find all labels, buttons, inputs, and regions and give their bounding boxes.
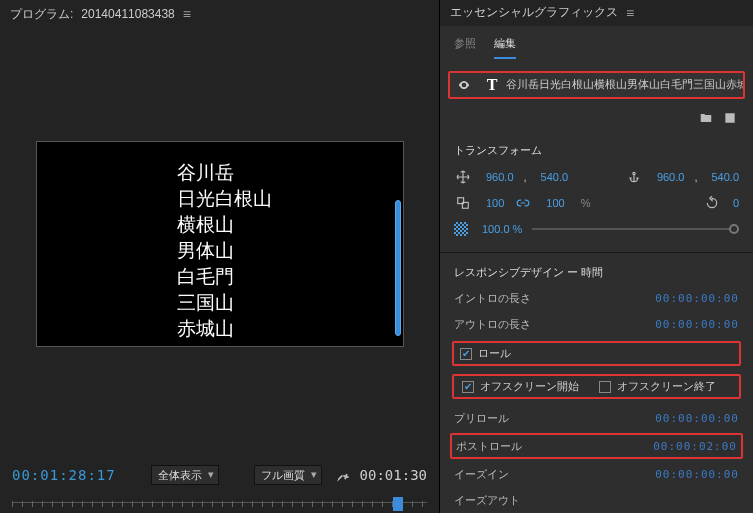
outro-label: アウトロの長さ	[454, 317, 531, 332]
anchor-x[interactable]: 960.0	[657, 171, 685, 183]
offscreen-start-label: オフスクリーン開始	[480, 379, 579, 394]
offscreen-end-checkbox[interactable]	[599, 381, 611, 393]
outro-timecode[interactable]: 00:00:00:00	[655, 318, 739, 331]
credit-text: 谷川岳 日光白根山 横根山 男体山 白毛門 三国山 赤城山	[177, 160, 272, 342]
link-icon[interactable]	[514, 196, 532, 210]
preroll-label: プリロール	[454, 411, 509, 426]
easeout-label: イーズアウト	[454, 493, 520, 508]
timecode-current[interactable]: 00:01:28:17	[12, 467, 116, 483]
opacity-slider[interactable]	[532, 228, 739, 230]
svg-point-0	[633, 172, 635, 174]
new-layer-icon[interactable]	[723, 111, 737, 125]
fit-dropdown[interactable]: 全体表示	[151, 465, 219, 485]
easein-timecode[interactable]: 00:00:00:00	[655, 468, 739, 481]
rotation-icon	[705, 196, 719, 210]
quality-dropdown[interactable]: フル画質	[254, 465, 322, 485]
scale-w[interactable]: 100	[486, 197, 504, 209]
tab-edit[interactable]: 編集	[494, 36, 516, 59]
offscreen-start-checkbox[interactable]: ✔	[462, 381, 474, 393]
position-x[interactable]: 960.0	[486, 171, 514, 183]
new-group-icon[interactable]	[699, 111, 713, 125]
layer-name: 谷川岳日光白根山横根山男体山白毛門三国山赤城山	[506, 77, 743, 92]
panel-menu-icon[interactable]: ≡	[626, 5, 634, 21]
egp-title: エッセンシャルグラフィックス	[450, 4, 618, 21]
video-preview[interactable]: 谷川岳 日光白根山 横根山 男体山 白毛門 三国山 赤城山	[36, 141, 404, 347]
postroll-timecode[interactable]: 00:00:02:00	[653, 440, 737, 453]
program-monitor: 谷川岳 日光白根山 横根山 男体山 白毛門 三国山 赤城山	[0, 28, 439, 459]
opacity-icon	[454, 222, 468, 236]
responsive-title: レスポンシブデザイン ー 時間	[440, 257, 753, 286]
egp-panel-header: エッセンシャルグラフィックス ≡	[440, 0, 753, 26]
tab-browse[interactable]: 参照	[454, 36, 476, 59]
settings-icon[interactable]	[336, 467, 350, 483]
program-panel-header: プログラム: 20140411083438 ≡	[0, 0, 439, 28]
panel-menu-icon[interactable]: ≡	[183, 6, 191, 22]
position-icon	[454, 170, 472, 184]
timeline-ruler[interactable]	[12, 493, 427, 511]
scale-icon	[454, 196, 472, 210]
position-y[interactable]: 540.0	[541, 171, 569, 183]
opacity-value[interactable]: 100.0 %	[482, 223, 522, 235]
scale-h[interactable]: 100	[546, 197, 564, 209]
preroll-timecode[interactable]: 00:00:00:00	[655, 412, 739, 425]
transform-title: トランスフォーム	[440, 135, 753, 164]
intro-label: イントロの長さ	[454, 291, 531, 306]
visibility-icon[interactable]	[450, 78, 478, 92]
program-label: プログラム:	[10, 6, 73, 23]
scroll-indicator[interactable]	[395, 200, 401, 336]
playhead-icon[interactable]	[393, 497, 403, 511]
anchor-icon	[625, 170, 643, 184]
text-layer-icon: T	[478, 76, 506, 94]
roll-label: ロール	[478, 346, 511, 361]
easein-label: イーズイン	[454, 467, 509, 482]
intro-timecode[interactable]: 00:00:00:00	[655, 292, 739, 305]
roll-checkbox-row[interactable]: ✔ ロール	[452, 341, 741, 366]
roll-checkbox[interactable]: ✔	[460, 348, 472, 360]
offscreen-end-label: オフスクリーン終了	[617, 379, 716, 394]
timecode-duration: 00:01:30	[360, 467, 427, 483]
postroll-label: ポストロール	[456, 439, 522, 454]
rotation-value[interactable]: 0	[733, 197, 739, 209]
program-name: 20140411083438	[81, 7, 174, 21]
offscreen-row: ✔ オフスクリーン開始 オフスクリーン終了	[452, 374, 741, 399]
anchor-y[interactable]: 540.0	[711, 171, 739, 183]
text-layer-row[interactable]: T 谷川岳日光白根山横根山男体山白毛門三国山赤城山	[448, 71, 745, 99]
